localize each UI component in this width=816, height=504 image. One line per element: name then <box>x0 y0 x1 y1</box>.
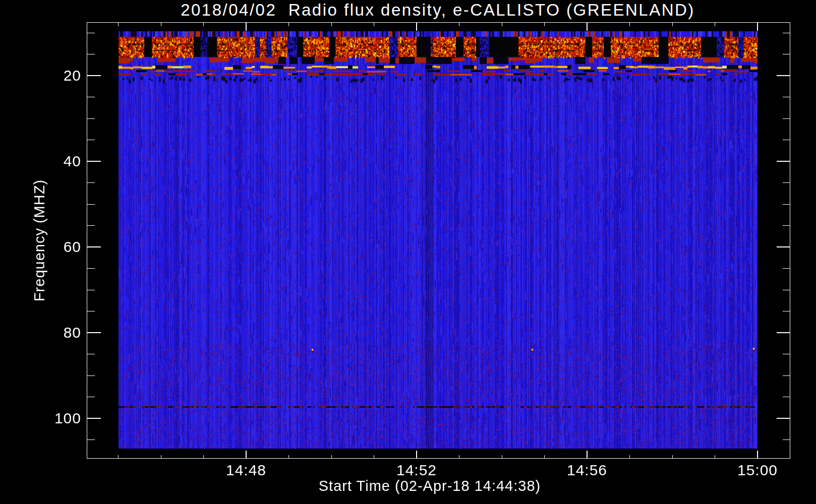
x-tick-label-1456: 14:56 <box>552 463 622 478</box>
axes-frame <box>0 0 816 504</box>
y-tick-label-60: 60 <box>43 239 81 255</box>
x-tick-label-1500: 15:00 <box>722 463 793 478</box>
y-tick-marks <box>87 33 790 440</box>
y-tick-label-100: 100 <box>43 411 81 426</box>
x-tick-marks <box>119 23 758 459</box>
spectrogram-figure: 2018/04/02 Radio flux density, e-CALLIST… <box>0 0 816 504</box>
y-tick-label-20: 20 <box>43 68 81 83</box>
y-axis-title: Frequency (MHZ) <box>32 165 47 316</box>
x-tick-label-1452: 14:52 <box>381 463 452 478</box>
x-axis-title: Start Time (02-Apr-18 14:44:38) <box>278 479 581 493</box>
y-tick-label-40: 40 <box>43 154 81 169</box>
plot-frame <box>87 23 790 459</box>
y-tick-label-80: 80 <box>43 325 81 340</box>
x-tick-label-1448: 14:48 <box>211 463 281 478</box>
